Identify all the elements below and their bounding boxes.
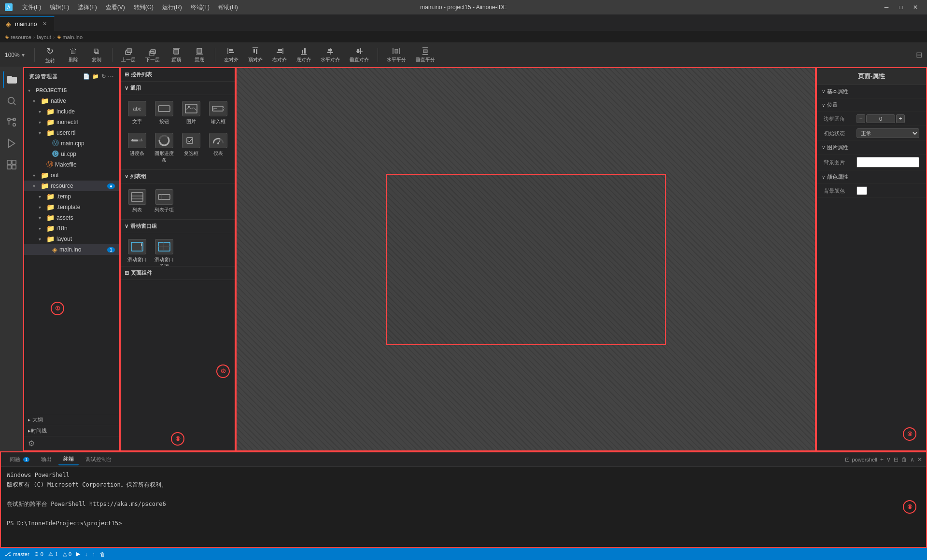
widget-list-item[interactable]: 列表子项 [152, 187, 177, 215]
page-components-header[interactable]: ⊞ 页面组件 [121, 266, 235, 280]
toolbar-align-top-button[interactable]: 顶对齐 [245, 46, 266, 64]
initial-state-select[interactable]: 正常 隐藏 [857, 128, 919, 138]
widget-scroll-item[interactable]: 滑动窗口子项 [152, 237, 177, 266]
explorer-refresh-icon[interactable]: ↻ [101, 73, 106, 80]
image-props-header[interactable]: ∨ 图片属性 [817, 141, 926, 154]
bottom-tab-problems[interactable]: 问题 1 [5, 454, 34, 465]
terminal-trash-button[interactable]: 🗑 [901, 456, 907, 463]
tree-usercrtl[interactable]: ▾ 📁 usercrtl [24, 127, 119, 138]
activity-search-icon[interactable] [3, 92, 20, 110]
tab-close-button[interactable]: ✕ [41, 20, 48, 28]
widget-input[interactable]: 输入框 [206, 99, 231, 127]
widget-checkbox[interactable]: 复选框 [179, 131, 204, 166]
status-download[interactable]: ↓ [85, 551, 88, 557]
tree-assets[interactable]: ▾ 📁 assets [24, 212, 119, 223]
breadcrumb-resource[interactable]: resource [11, 34, 31, 40]
widget-gauge[interactable]: 仪表 [206, 131, 231, 166]
explorer-new-folder-icon[interactable]: 📁 [92, 73, 99, 80]
basic-props-header[interactable]: ∨ 基本属性 [817, 85, 926, 98]
terminal-up-icon[interactable]: ∧ [910, 456, 914, 463]
border-radius-minus[interactable]: − [857, 114, 865, 123]
toolbar-rotate-button[interactable]: ↻ 旋转 [41, 45, 60, 65]
canvas-area[interactable]: ③ [236, 67, 816, 451]
menu-file[interactable]: 文件(F) [18, 2, 45, 13]
widget-progress[interactable]: 进度条 [125, 131, 150, 166]
tree-include[interactable]: ▾ 📁 include [24, 106, 119, 117]
toolbar-top-button[interactable]: 置顶 [167, 46, 186, 64]
menu-edit[interactable]: 编辑(E) [46, 2, 73, 13]
toolbar-up-layer-button[interactable]: 上一层 [118, 46, 139, 64]
toolbar-copy-button[interactable]: ⧉ 复制 [87, 46, 106, 64]
tab-main-ino[interactable]: ◈ main.ino ✕ [0, 16, 55, 31]
widget-circle-progress[interactable]: 圆形进度条 [152, 131, 177, 166]
menu-terminal[interactable]: 终端(T) [187, 2, 213, 13]
tree-i18n[interactable]: ▾ 📁 i18n [24, 223, 119, 234]
menu-goto[interactable]: 转到(G) [130, 2, 157, 13]
border-radius-plus[interactable]: + [896, 114, 905, 123]
toolbar-center-h-button[interactable]: 水平对齐 [318, 46, 343, 64]
timeline-header[interactable]: ▸ 时间线 [24, 425, 119, 436]
status-branch[interactable]: ⎇ master [5, 551, 29, 557]
bg-image-input[interactable] [857, 157, 919, 168]
tree-project[interactable]: ▾ PROJECT15 [24, 85, 119, 96]
activity-explorer-icon[interactable] [3, 71, 20, 88]
bottom-tab-terminal[interactable]: 终端 [58, 453, 79, 465]
menu-help[interactable]: 帮助(H) [214, 2, 242, 13]
minimize-button[interactable]: ─ [880, 2, 893, 12]
list-section-header[interactable]: ∨ 列表组 [121, 170, 235, 183]
explorer-new-file-icon[interactable]: 📄 [83, 73, 90, 80]
status-upload[interactable]: ↑ [93, 551, 96, 557]
general-section-header[interactable]: ∨ 通用 [121, 82, 235, 95]
widget-text[interactable]: abc 文字 [125, 99, 150, 127]
bottom-tab-output[interactable]: 输出 [36, 454, 56, 465]
toolbar-center-v-button[interactable]: 垂直对齐 [347, 46, 372, 64]
activity-git-icon[interactable] [3, 113, 20, 131]
toolbar-delete-button[interactable]: 🗑 删除 [64, 46, 83, 64]
terminal-content[interactable]: Windows PowerShell 版权所有 (C) Microsoft Co… [1, 467, 926, 547]
widget-list[interactable]: 列表 [125, 187, 150, 215]
toolbar-distribute-h-button[interactable]: 水平平分 [384, 46, 409, 64]
toolbar-distribute-v-button[interactable]: 垂直平分 [413, 46, 438, 64]
terminal-chevron-down-icon[interactable]: ∨ [886, 456, 891, 463]
close-button[interactable]: ✕ [909, 2, 922, 12]
border-radius-input[interactable] [866, 114, 895, 123]
toolbar-align-bottom-button[interactable]: 底对齐 [294, 46, 314, 64]
breadcrumb-file[interactable]: main.ino [63, 34, 83, 40]
terminal-add-button[interactable]: + [880, 456, 884, 463]
scroll-section-header[interactable]: ∨ 滑动窗口组 [121, 220, 235, 233]
breadcrumb-layout[interactable]: layout [37, 34, 51, 40]
bg-color-swatch[interactable] [857, 186, 867, 195]
terminal-split-button[interactable]: ⊟ [894, 456, 899, 463]
menu-view[interactable]: 查看(V) [102, 2, 129, 13]
status-warnings[interactable]: ⚠ 1 [48, 551, 58, 557]
status-sync[interactable]: ⊙ 0 [34, 551, 43, 557]
zoom-dropdown-icon[interactable]: ▾ [22, 52, 25, 58]
explorer-more-icon[interactable]: ··· [108, 73, 114, 80]
toolbar-align-left-button[interactable]: 左对齐 [221, 46, 241, 64]
activity-extensions-icon[interactable] [3, 156, 20, 173]
tree-resource[interactable]: ▾ 📁 resource ● [24, 181, 119, 191]
color-props-header[interactable]: ∨ 颜色属性 [817, 170, 926, 184]
toolbar-down-layer-button[interactable]: 下一层 [142, 46, 163, 64]
widget-scroll-window[interactable]: 滑动窗口 [125, 237, 150, 266]
tree-temp[interactable]: ▾ 📁 .temp [24, 191, 119, 202]
settings-icon[interactable]: ⚙ [28, 439, 35, 448]
tree-native[interactable]: ▾ 📁 native [24, 96, 119, 106]
status-clear[interactable]: 🗑 [100, 551, 105, 557]
toolbar-layout-icon[interactable]: ⊟ [916, 50, 922, 59]
widget-button[interactable]: 按钮 [152, 99, 177, 127]
tree-inonectrl[interactable]: ▾ 📁 inonectrl [24, 117, 119, 127]
toolbar-align-right-button[interactable]: 右对齐 [269, 46, 290, 64]
position-props-header[interactable]: ∨ 位置 [817, 98, 926, 112]
outline-header[interactable]: ▸ 大纲 [24, 414, 119, 425]
tree-main-cpp[interactable]: ▸ Ⓜ main.cpp [24, 138, 119, 149]
bottom-tab-debug[interactable]: 调试控制台 [81, 454, 117, 465]
widgets-header[interactable]: ⊞ 控件列表 [121, 68, 235, 82]
tree-main-ino[interactable]: ▸ ◈ main.ino 1 [24, 244, 119, 255]
activity-run-icon[interactable] [3, 135, 20, 152]
tree-template[interactable]: ▾ 📁 .template [24, 202, 119, 212]
tree-ui-cpp[interactable]: ▸ 🅒 ui.cpp [24, 149, 119, 159]
status-run-button[interactable]: ▶ [76, 551, 80, 557]
status-errors[interactable]: △ 0 [63, 551, 71, 557]
menu-run[interactable]: 运行(R) [158, 2, 186, 13]
